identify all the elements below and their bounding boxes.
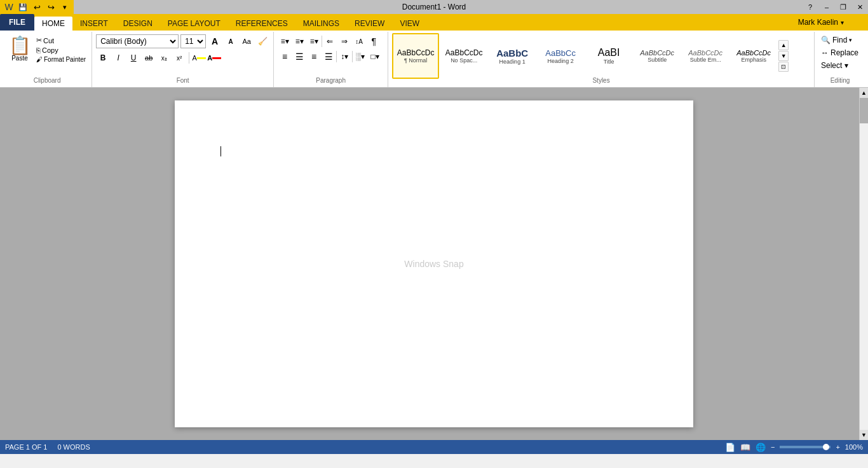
style-subtitle[interactable]: AaBbCcDc Subtitle [634,33,681,79]
style-emphasis[interactable]: AaBbCcDc Emphasis [730,33,777,79]
ribbon-tab-bar: FILE HOME INSERT DESIGN PAGE LAYOUT REFE… [0,14,868,31]
tab-mailings[interactable]: MAILINGS [295,17,347,31]
find-icon: 🔍 [821,36,831,45]
vertical-scrollbar[interactable]: ▲ ▼ [859,88,868,440]
show-hide-button[interactable]: ¶ [367,34,381,48]
zoom-thumb[interactable] [823,444,829,450]
styles-content: AaBbCcDc ¶ Normal AaBbCcDc No Spac... Aa… [392,33,789,79]
grow-font-button[interactable]: A [208,34,222,48]
tab-design[interactable]: DESIGN [116,17,160,31]
style-no-spacing[interactable]: AaBbCcDc No Spac... [440,33,487,79]
view-print-icon[interactable]: 📄 [725,443,735,452]
font-size-select[interactable]: 11 [180,34,206,48]
zoom-plus-button[interactable]: + [836,443,839,451]
scroll-thumb[interactable] [860,98,868,123]
document-page[interactable]: Windows Snap [175,100,693,427]
change-case-button[interactable]: Aa [240,34,254,48]
tab-home[interactable]: HOME [34,17,72,31]
clipboard-content: 📋 Paste ✂ Cut ⎘ Copy 🖌 Format Painter [6,33,88,76]
styles-expand[interactable]: ⊡ [778,62,789,72]
shading-button[interactable]: ░▾ [353,50,367,64]
font-name-select[interactable]: Calibri (Body) [96,34,179,48]
text-highlight-button[interactable]: A [192,51,206,65]
styles-scroll-up[interactable]: ▲ [778,40,789,50]
scroll-up-button[interactable]: ▲ [860,88,869,98]
select-button[interactable]: Select ▾ [818,60,861,71]
style-heading2-preview: AaBbCc [545,48,576,58]
numbering-button[interactable]: ≡▾ [292,34,306,48]
cut-button[interactable]: ✂ Cut [34,36,88,45]
clear-format-button[interactable]: 🧹 [255,34,269,48]
copy-button[interactable]: ⎘ Copy [34,46,88,55]
style-title[interactable]: AaBI Title [585,33,632,79]
scroll-down-button[interactable]: ▼ [860,430,869,440]
para-separator2 [336,51,337,62]
scroll-track[interactable] [860,98,868,430]
format-painter-button[interactable]: 🖌 Format Painter [34,55,88,64]
italic-button[interactable]: I [111,51,125,65]
styles-scroll-down[interactable]: ▼ [778,51,789,61]
superscript-button[interactable]: x² [172,51,186,65]
subscript-button[interactable]: x₂ [157,51,171,65]
justify-button[interactable]: ☰ [322,50,336,64]
style-subtle-em-label: Subtle Em... [690,57,721,63]
copy-label: Copy [42,46,58,54]
close-button[interactable]: ✕ [851,0,868,14]
tab-file[interactable]: FILE [0,14,34,31]
style-heading1-preview: AaBbC [496,48,528,59]
bold-button[interactable]: B [96,51,110,65]
bullets-button[interactable]: ≡▾ [278,34,292,48]
zoom-slider[interactable] [780,446,831,448]
user-name: Mark Kaelin [798,18,838,27]
document-area[interactable]: Windows Snap ▲ ▼ [0,88,868,440]
sort-button[interactable]: ↕A [352,34,366,48]
replace-button[interactable]: ↔ Replace [818,47,861,59]
increase-indent-button[interactable]: ⇒ [337,34,351,48]
multilevel-button[interactable]: ≡▾ [307,34,321,48]
underline-button[interactable]: U [126,51,140,65]
font-bottom-row: B I U ab x₂ x² A A [96,51,269,65]
borders-button[interactable]: □▾ [368,50,382,64]
tab-page-layout[interactable]: PAGE LAYOUT [160,17,228,31]
user-dropdown-icon[interactable]: ▾ [841,19,844,26]
clipboard-area: 📋 Paste ✂ Cut ⎘ Copy 🖌 Format Painter [6,34,88,64]
help-button[interactable]: ? [802,0,818,14]
font-group-label: Font [92,76,273,85]
minimize-button[interactable]: – [818,0,835,14]
decrease-indent-button[interactable]: ⇐ [323,34,337,48]
text-cursor [220,146,221,156]
font-color-button[interactable]: A [207,51,221,65]
paste-button[interactable]: 📋 Paste [6,34,33,64]
line-spacing-button[interactable]: ↕▾ [337,50,351,64]
view-read-icon[interactable]: 📖 [740,443,750,452]
view-web-icon[interactable]: 🌐 [756,443,766,452]
font-color-bar [212,57,221,59]
editing-content: 🔍 Find ▾ ↔ Replace Select ▾ [818,33,861,71]
restore-button[interactable]: ❐ [835,0,851,14]
undo-button[interactable]: ↩ [31,1,43,13]
style-heading2[interactable]: AaBbCc Heading 2 [537,33,584,79]
select-label: Select ▾ [821,61,848,70]
shrink-font-button[interactable]: A [224,34,238,48]
zoom-percent: 100% [845,443,863,451]
tab-view[interactable]: VIEW [392,17,427,31]
font-top-row: Calibri (Body) 11 A A Aa 🧹 [96,34,269,48]
style-subtle-em[interactable]: AaBbCcDc Subtle Em... [682,33,729,79]
tab-review[interactable]: REVIEW [347,17,392,31]
redo-button[interactable]: ↪ [44,1,57,13]
align-right-button[interactable]: ≡ [307,50,321,64]
align-center-button[interactable]: ☰ [292,50,306,64]
tab-references[interactable]: REFERENCES [228,17,295,31]
customize-qat-button[interactable]: ▾ [58,1,71,13]
tab-insert[interactable]: INSERT [72,17,116,31]
style-heading1[interactable]: AaBbC Heading 1 [489,33,536,79]
title-bar: W 💾 ↩ ↪ ▾ Document1 - Word ? – ❐ ✕ [0,0,868,14]
style-normal[interactable]: AaBbCcDc ¶ Normal [392,33,439,79]
styles-group-label: Styles [388,76,814,85]
zoom-minus-button[interactable]: − [771,443,775,451]
align-left-button[interactable]: ≡ [278,50,292,64]
strikethrough-button[interactable]: ab [142,51,156,65]
paste-label: Paste [11,55,28,62]
find-button[interactable]: 🔍 Find ▾ [818,34,861,46]
save-button[interactable]: 💾 [17,1,29,13]
